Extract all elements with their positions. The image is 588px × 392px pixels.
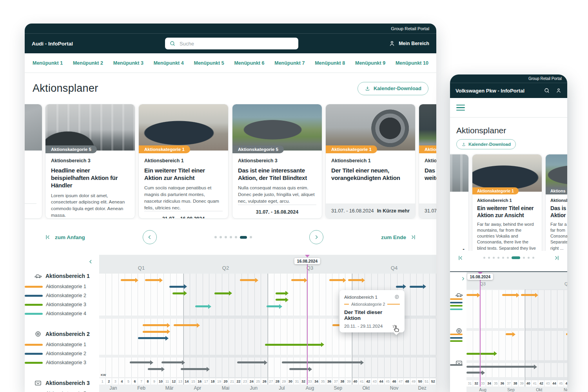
carousel-dot[interactable] bbox=[507, 257, 509, 259]
gantt-action-bar[interactable] bbox=[276, 292, 286, 294]
action-card[interactable]: AktionAktionDas iweite31.07. bbox=[419, 104, 436, 219]
hamburger-menu-icon[interactable] bbox=[456, 105, 465, 111]
carousel-dot[interactable] bbox=[235, 236, 237, 238]
gantt-action-bar[interactable] bbox=[466, 294, 477, 296]
action-card[interactable]: Aktionskategorie 1Aktionsbereich 1Der Ti… bbox=[325, 104, 416, 219]
portal-name: Group Retail Portal bbox=[528, 76, 562, 81]
gantt-action-bar[interactable] bbox=[145, 279, 160, 281]
gantt-action-bar[interactable] bbox=[237, 361, 264, 363]
gantt-action-bar[interactable] bbox=[162, 361, 182, 363]
menu-item[interactable]: Menüpunkt 8 bbox=[315, 60, 345, 66]
carousel-dot[interactable] bbox=[483, 257, 485, 259]
gantt-action-bar[interactable] bbox=[181, 368, 207, 370]
next-button[interactable] bbox=[309, 230, 323, 244]
carousel-dot[interactable] bbox=[528, 257, 530, 259]
gantt-action-bar[interactable] bbox=[291, 279, 305, 281]
mobile-window: Group Retail Portal Volkswagen Pkw - Inf… bbox=[450, 74, 567, 392]
legend-collapse-button[interactable] bbox=[88, 259, 94, 265]
to-start-button[interactable]: zum Anfang bbox=[44, 234, 85, 241]
carousel-dot[interactable] bbox=[488, 257, 490, 259]
action-card[interactable]: AktionsAktionsbDas isAktiorFar far afar … bbox=[545, 154, 567, 251]
gantt-action-bar[interactable] bbox=[121, 279, 136, 281]
menu-item[interactable]: Menüpunkt 2 bbox=[73, 60, 103, 66]
chevron-right-icon bbox=[313, 234, 319, 240]
carousel-dot[interactable] bbox=[512, 256, 520, 259]
menu-item[interactable]: Menüpunkt 3 bbox=[113, 60, 143, 66]
menu-item[interactable]: Menüpunkt 5 bbox=[194, 60, 224, 66]
gantt-action-bar[interactable] bbox=[130, 361, 151, 363]
carousel-dot[interactable] bbox=[220, 236, 222, 238]
to-end-button[interactable]: zum Ende bbox=[381, 234, 417, 241]
user-icon[interactable] bbox=[555, 87, 562, 94]
legend-color-swatch bbox=[450, 305, 463, 307]
menu-item[interactable]: Menüpunkt 1 bbox=[33, 60, 63, 66]
today-line bbox=[307, 264, 308, 385]
carousel-dot[interactable] bbox=[214, 236, 217, 238]
action-card[interactable]: -untains,exts.grove bbox=[450, 154, 469, 251]
gantt-action-bar[interactable] bbox=[148, 368, 162, 370]
search-input[interactable] bbox=[165, 38, 298, 49]
account-label: Mein Bereich bbox=[399, 41, 429, 46]
gantt-action-bar[interactable] bbox=[506, 333, 513, 335]
carousel-dot[interactable] bbox=[497, 257, 499, 259]
carousel-dot[interactable] bbox=[225, 236, 227, 238]
menu-item[interactable]: Menüpunkt 4 bbox=[154, 60, 184, 66]
menu-item[interactable]: Menüpunkt 7 bbox=[274, 60, 305, 66]
carousel-dot[interactable] bbox=[250, 236, 252, 238]
menu-item[interactable]: Menüpunkt 6 bbox=[234, 60, 264, 66]
gantt-action-bar[interactable] bbox=[521, 294, 535, 296]
gantt-action-bar[interactable] bbox=[267, 305, 279, 307]
gantt-action-bar[interactable] bbox=[169, 286, 184, 288]
month-label: Nov bbox=[390, 385, 398, 391]
gantt-action-bar[interactable] bbox=[172, 292, 184, 294]
carousel-dot[interactable] bbox=[523, 257, 525, 259]
carousel-dot[interactable] bbox=[532, 257, 534, 259]
skip-end-icon[interactable] bbox=[553, 254, 560, 261]
search-icon[interactable] bbox=[544, 87, 550, 94]
week-number: 41 bbox=[531, 381, 538, 385]
account-button[interactable]: Mein Bereich bbox=[388, 40, 429, 47]
gantt-action-bar[interactable] bbox=[566, 333, 567, 335]
gantt-action-bar[interactable] bbox=[138, 337, 166, 339]
gantt-action-bar[interactable] bbox=[265, 344, 321, 346]
week-number: 51 bbox=[423, 379, 430, 383]
gantt-action-bar[interactable] bbox=[410, 286, 423, 288]
gantt-action-bar[interactable] bbox=[466, 366, 534, 368]
gantt-action-bar[interactable] bbox=[332, 324, 339, 326]
gantt-action-bar[interactable] bbox=[143, 324, 167, 326]
week-number: 30 bbox=[287, 379, 294, 383]
action-card[interactable]: Aktionskategorie 5Aktionsbereich 3Headli… bbox=[45, 104, 135, 219]
carousel-dot[interactable] bbox=[240, 236, 247, 239]
gantt-action-bar[interactable] bbox=[329, 279, 343, 281]
action-card[interactable]: Aktionskategorie 5Aktionsbereich 3Das is… bbox=[232, 104, 322, 219]
action-card[interactable]: Aktionskategorie 1Aktionsbereich 1Ein we… bbox=[472, 154, 542, 251]
gantt-action-bar[interactable] bbox=[276, 299, 286, 301]
month-label: Mär bbox=[165, 385, 174, 391]
gantt-action-bar[interactable] bbox=[174, 324, 197, 326]
calendar-download-button[interactable]: Kalender-Download bbox=[456, 139, 516, 149]
legend-color-swatch bbox=[25, 362, 43, 364]
action-card[interactable]: i-ce bbox=[25, 104, 42, 219]
action-card[interactable]: Aktionskategorie 1Aktionsbereich 1Ein we… bbox=[138, 104, 229, 219]
gantt-action-bar[interactable] bbox=[214, 292, 229, 294]
carousel-dot[interactable] bbox=[230, 236, 232, 238]
week-number: 7 bbox=[138, 379, 145, 383]
prev-button[interactable] bbox=[143, 230, 157, 244]
gantt-chart[interactable]: Q3Q416.08.202431323334353637383940414243… bbox=[466, 272, 567, 392]
menu-item[interactable]: Menüpunkt 9 bbox=[355, 60, 385, 66]
gantt-action-bar[interactable] bbox=[502, 294, 517, 296]
gantt-action-bar[interactable] bbox=[240, 279, 256, 281]
gantt-action-bar[interactable] bbox=[396, 286, 403, 288]
gantt-action-bar[interactable] bbox=[289, 368, 309, 370]
calendar-download-button[interactable]: Kalender-Download bbox=[358, 82, 428, 95]
week-number: 36 bbox=[499, 381, 506, 385]
menu-item[interactable]: Menüpunkt 10 bbox=[396, 60, 428, 66]
gantt-action-bar[interactable] bbox=[143, 331, 167, 333]
carousel-dot[interactable] bbox=[502, 257, 504, 259]
skip-start-icon[interactable] bbox=[457, 254, 464, 261]
legend-expand-button[interactable] bbox=[460, 276, 466, 281]
carousel-dot[interactable] bbox=[493, 257, 495, 259]
gantt-action-bar[interactable] bbox=[282, 361, 361, 363]
gantt-action-bar[interactable] bbox=[195, 305, 209, 307]
gantt-action-bar[interactable] bbox=[348, 279, 362, 281]
